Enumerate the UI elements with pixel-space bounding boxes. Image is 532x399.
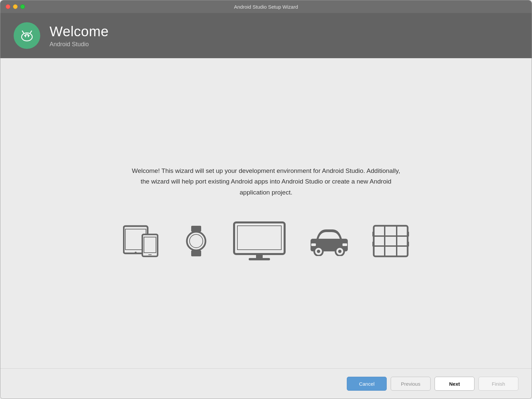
svg-rect-13: [191, 250, 201, 256]
svg-rect-12: [191, 226, 201, 232]
android-studio-logo-icon: [18, 27, 36, 44]
next-button[interactable]: Next: [435, 377, 474, 391]
svg-line-1: [22, 31, 24, 33]
minimize-button[interactable]: [13, 4, 18, 9]
logo-circle: [14, 22, 40, 49]
things-svg: [372, 224, 409, 258]
watch-svg: [183, 224, 209, 258]
svg-line-2: [30, 31, 32, 33]
svg-rect-26: [342, 243, 347, 246]
svg-point-24: [338, 250, 341, 253]
svg-rect-33: [372, 242, 374, 246]
svg-rect-34: [407, 232, 409, 236]
svg-point-8: [135, 252, 137, 254]
svg-point-15: [190, 234, 203, 248]
finish-button[interactable]: Finish: [478, 377, 518, 391]
svg-rect-11: [148, 254, 152, 255]
car-svg: [309, 226, 349, 256]
window-title: Android Studio Setup Wizard: [234, 4, 298, 10]
svg-point-22: [317, 250, 320, 253]
previous-button[interactable]: Previous: [391, 377, 431, 391]
header: Welcome Android Studio: [0, 13, 532, 58]
svg-rect-16: [234, 222, 285, 254]
device-icons-row: [123, 221, 409, 261]
welcome-description: Welcome! This wizard will set up your de…: [130, 166, 402, 198]
svg-rect-18: [256, 254, 263, 258]
car-icon: [309, 226, 349, 256]
tv-svg: [233, 221, 286, 261]
tv-icon: [233, 221, 286, 261]
svg-rect-32: [372, 232, 374, 236]
title-bar: Android Studio Setup Wizard: [0, 0, 532, 13]
header-subtitle: Android Studio: [50, 41, 109, 48]
things-icon: [372, 224, 409, 258]
phone-tablet-svg: [123, 224, 160, 258]
svg-rect-27: [374, 226, 408, 256]
phone-tablet-icon: [123, 224, 160, 258]
close-button[interactable]: [6, 4, 10, 9]
svg-rect-35: [407, 242, 409, 246]
watch-icon: [183, 224, 209, 258]
cancel-button[interactable]: Cancel: [347, 377, 387, 391]
svg-rect-25: [311, 243, 316, 246]
maximize-button[interactable]: [20, 4, 25, 9]
header-text: Welcome Android Studio: [50, 24, 109, 48]
header-title: Welcome: [50, 24, 109, 40]
traffic-lights: [6, 4, 25, 9]
svg-rect-5: [26, 36, 28, 38]
main-content: Welcome! This wizard will set up your de…: [0, 58, 532, 368]
footer: Cancel Previous Next Finish: [0, 368, 532, 399]
svg-rect-9: [142, 234, 158, 256]
svg-rect-19: [249, 258, 270, 260]
svg-rect-17: [237, 226, 281, 250]
